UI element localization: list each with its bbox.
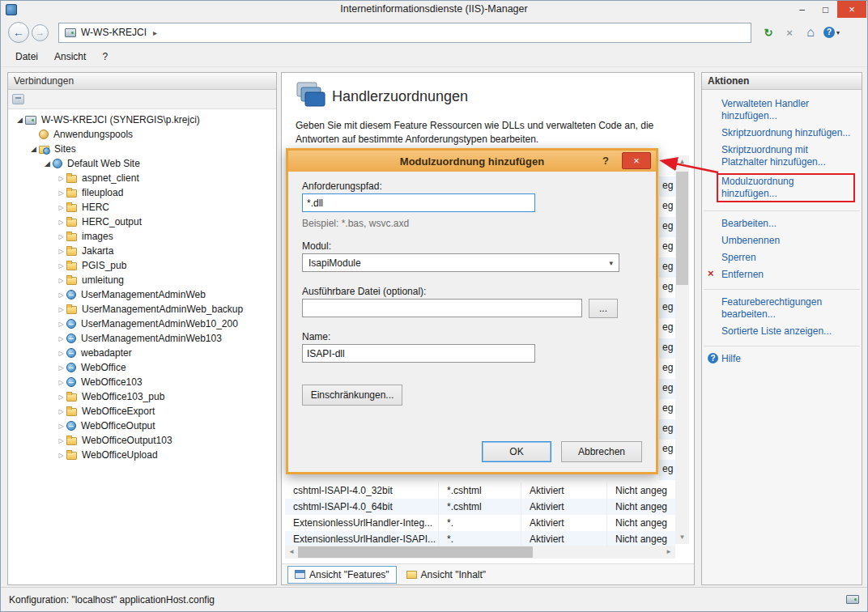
action-skriptzuordnung-hinzuf-gen[interactable]: Skriptzuordnung hinzufügen... — [704, 125, 860, 142]
table-row[interactable]: ExtensionlessUrlHandler-Integ...*.Aktivi… — [285, 515, 675, 531]
closed-expander-icon[interactable]: ▷ — [56, 189, 66, 197]
menu-item-datei[interactable]: Datei — [7, 48, 46, 66]
tree-item-images[interactable]: ▷images — [8, 229, 276, 244]
closed-expander-icon[interactable]: ▷ — [56, 379, 66, 386]
tree-item-usermanagementadminweb[interactable]: ▷UserManagementAdminWeb — [8, 287, 276, 302]
menu-item-ansicht[interactable]: Ansicht — [46, 48, 94, 66]
closed-expander-icon[interactable]: ▷ — [56, 321, 66, 328]
tree-item-webofficeexport[interactable]: ▷WebOfficeExport — [8, 404, 276, 419]
cancel-button[interactable]: Abbrechen — [561, 441, 642, 462]
action-sortierte-liste-anzeigen[interactable]: Sortierte Liste anzeigen... — [704, 323, 860, 340]
tree-item-weboffice103-pub[interactable]: ▷WebOffice103_pub — [8, 389, 276, 404]
closed-expander-icon[interactable]: ▷ — [56, 350, 66, 357]
action-modulzuordnung-hinzuf-gen[interactable]: Modulzuordnung hinzufügen... — [704, 171, 860, 205]
table-row[interactable]: ExtensionlessUrlHandler-ISAPI...*.Aktivi… — [285, 531, 675, 546]
closed-expander-icon[interactable]: ▷ — [56, 262, 66, 270]
module-select[interactable]: IsapiModule ▾ — [302, 253, 619, 272]
tree-item-herc-output[interactable]: ▷HERC_output — [8, 215, 276, 229]
action-group: Verwalteten Handler hinzufügen...Skriptz… — [704, 91, 860, 211]
menu-item-[interactable]: ? — [94, 48, 116, 66]
action-verwalteten-handler-hinzuf-gen[interactable]: Verwalteten Handler hinzufügen... — [704, 96, 860, 125]
scroll-right-icon[interactable]: ► — [662, 546, 675, 559]
action-hilfe[interactable]: ?Hilfe — [704, 351, 860, 368]
stop-icon[interactable]: × — [779, 23, 800, 42]
vertical-scroll-thumb[interactable] — [676, 172, 688, 285]
restrictions-button[interactable]: Einschränkungen... — [302, 385, 402, 406]
help-icon[interactable]: ?▾ — [821, 23, 842, 42]
tree-item-usermanagementadminweb103[interactable]: ▷UserManagementAdminWeb103 — [8, 331, 276, 346]
tree-item-weboffice[interactable]: ▷WebOffice — [8, 360, 276, 375]
home-icon[interactable]: ⌂ — [800, 23, 821, 42]
horizontal-scrollbar[interactable]: ◄ ► — [285, 546, 675, 559]
tree-item-aspnet-client[interactable]: ▷aspnet_client — [8, 171, 276, 185]
breadcrumb-node[interactable]: W-WS-KREJCI — [81, 27, 147, 38]
closed-expander-icon[interactable]: ▷ — [56, 335, 66, 342]
open-expander-icon[interactable]: ◢ — [42, 159, 53, 168]
action-bearbeiten[interactable]: Bearbeiten... — [704, 215, 860, 232]
table-row[interactable]: cshtml-ISAPI-4.0_32bit*.cshtmlAktiviertN… — [285, 482, 675, 499]
action-entfernen[interactable]: ×Entfernen — [704, 266, 860, 283]
tree-item-fileupload[interactable]: ▷fileupload — [8, 185, 276, 200]
dialog-titlebar[interactable]: Modulzuordnung hinzufügen ? × — [288, 151, 656, 172]
restart-icon[interactable]: ↻ — [758, 23, 779, 42]
breadcrumb-chevron-icon[interactable]: ▸ — [153, 28, 157, 37]
closed-expander-icon[interactable]: ▷ — [56, 204, 66, 211]
tree-item-webofficeupload[interactable]: ▷WebOfficeUpload — [8, 448, 276, 462]
forward-button[interactable]: → — [32, 24, 49, 41]
tree-item-default-web-site[interactable]: ◢Default Web Site — [8, 156, 276, 171]
tree-item-herc[interactable]: ▷HERC — [8, 200, 276, 215]
closed-expander-icon[interactable]: ▷ — [56, 452, 66, 459]
closed-expander-icon[interactable]: ▷ — [56, 175, 66, 182]
closed-expander-icon[interactable]: ▷ — [56, 393, 66, 401]
back-button[interactable]: ← — [8, 22, 29, 43]
closed-expander-icon[interactable]: ▷ — [56, 219, 66, 226]
tree-item-label: Anwendungspools — [53, 129, 133, 140]
closed-expander-icon[interactable]: ▷ — [56, 306, 66, 313]
tab-ansicht-features[interactable]: Ansicht "Features" — [287, 566, 397, 584]
table-row[interactable]: cshtml-ISAPI-4.0_64bit*.cshtmlAktiviertN… — [285, 499, 675, 515]
scroll-down-icon[interactable]: ▼ — [675, 531, 689, 544]
tree-item-webofficeoutput103[interactable]: ▷WebOfficeOutput103 — [8, 433, 276, 448]
tree-item-sites[interactable]: ◢Sites — [8, 142, 276, 156]
connections-toolbar-icon[interactable] — [12, 94, 24, 104]
tree-item-jakarta[interactable]: ▷Jakarta — [8, 244, 276, 258]
maximize-button[interactable]: □ — [814, 1, 837, 18]
tree-item-webadapter[interactable]: ▷webadapter — [8, 346, 276, 360]
open-expander-icon[interactable]: ◢ — [15, 116, 25, 124]
closed-expander-icon[interactable]: ▷ — [56, 277, 66, 284]
browse-button[interactable]: ... — [589, 299, 618, 318]
minimize-button[interactable]: – — [790, 1, 814, 18]
request-path-input[interactable] — [302, 193, 535, 212]
tree-item-webofficeoutput[interactable]: ▷WebOfficeOutput — [8, 419, 276, 433]
closed-expander-icon[interactable]: ▷ — [56, 437, 66, 444]
ok-button[interactable]: OK — [482, 441, 551, 462]
close-button[interactable]: × — [837, 1, 866, 18]
server-icon — [25, 116, 36, 125]
closed-expander-icon[interactable]: ▷ — [56, 291, 66, 299]
tree-item-weboffice103[interactable]: ▷WebOffice103 — [8, 375, 276, 389]
tree-item-anwendungspools[interactable]: Anwendungspools — [8, 127, 276, 142]
tree-item-w-ws-krejci-synergis-p-krejci[interactable]: ◢W-WS-KREJCI (SYNERGIS\p.krejci) — [8, 113, 276, 127]
tab-ansicht-inhalt[interactable]: Ansicht "Inhalt" — [399, 566, 494, 584]
dialog-close-button[interactable]: × — [622, 152, 651, 169]
horizontal-scroll-thumb[interactable] — [298, 546, 533, 558]
action-umbenennen[interactable]: Umbenennen — [704, 232, 860, 249]
vertical-scrollbar[interactable]: ▲ ▼ — [675, 155, 689, 544]
action-featureberechtigungen-bearbeiten[interactable]: Featureberechtigungen bearbeiten... — [704, 294, 860, 323]
tree-item-umleitung[interactable]: ▷umleitung — [8, 273, 276, 287]
name-input[interactable] — [302, 344, 535, 363]
executable-input[interactable] — [302, 299, 582, 317]
open-expander-icon[interactable]: ◢ — [28, 145, 39, 153]
scroll-left-icon[interactable]: ◄ — [285, 546, 298, 559]
action-skriptzuordnung-mit-platzhalter-hinzuf-gen[interactable]: Skriptzuordnung mit Platzhalter hinzufüg… — [704, 142, 860, 171]
dialog-help-button[interactable]: ? — [598, 153, 614, 169]
closed-expander-icon[interactable]: ▷ — [56, 233, 66, 240]
closed-expander-icon[interactable]: ▷ — [56, 423, 66, 430]
closed-expander-icon[interactable]: ▷ — [56, 248, 66, 255]
closed-expander-icon[interactable]: ▷ — [56, 408, 66, 415]
closed-expander-icon[interactable]: ▷ — [56, 364, 66, 372]
action-sperren[interactable]: Sperren — [704, 249, 860, 266]
tree-item-usermanagementadminweb10-200[interactable]: ▷UserManagementAdminWeb10_200 — [8, 317, 276, 331]
tree-item-usermanagementadminweb-backup[interactable]: ▷UserManagementAdminWeb_backup — [8, 302, 276, 317]
tree-item-pgis-pub[interactable]: ▷PGIS_pub — [8, 258, 276, 273]
